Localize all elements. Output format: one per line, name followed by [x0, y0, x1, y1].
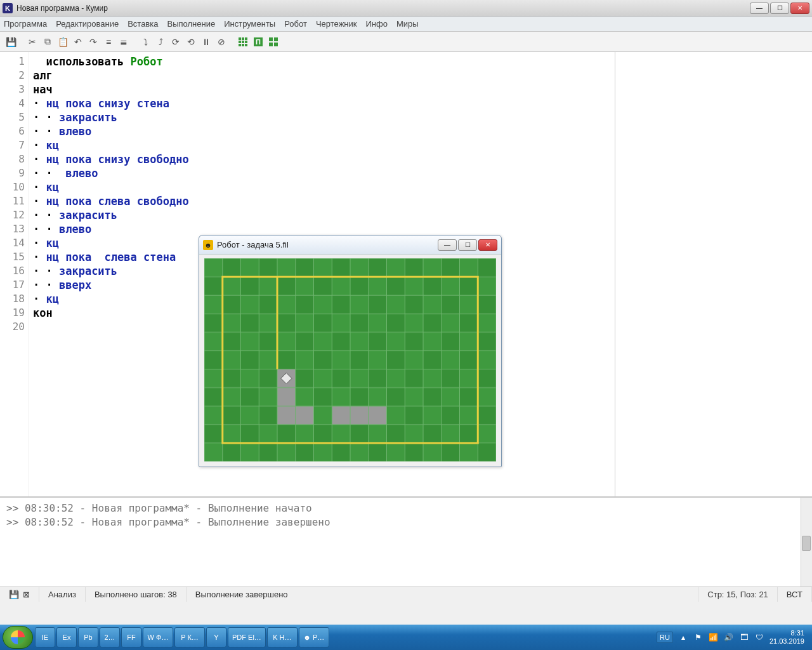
side-panel — [615, 52, 812, 496]
system-tray: RU ▴ ⚑ 📶 🔊 🗔 🛡 8:31 21.03.2019 — [657, 629, 809, 646]
robot-maximize-button[interactable]: ☐ — [458, 239, 477, 251]
svg-rect-2 — [245, 37, 247, 40]
svg-rect-12 — [274, 37, 278, 41]
svg-rect-4 — [242, 41, 244, 43]
tray-volume-icon[interactable]: 🔊 — [724, 632, 734, 642]
close-button[interactable]: ✕ — [790, 3, 809, 14]
svg-rect-1 — [242, 37, 244, 40]
tray-up-icon[interactable]: ▴ — [678, 632, 688, 642]
copy-icon[interactable]: ⧉ — [41, 35, 55, 49]
svg-rect-8 — [245, 44, 247, 46]
svg-rect-7 — [242, 44, 244, 46]
menu-робот[interactable]: Робот — [284, 19, 307, 29]
window-title: Новая программа - Кумир — [16, 4, 750, 13]
maximize-button[interactable]: ☐ — [770, 3, 789, 14]
line-gutter: 1234567891011121314151617181920 — [0, 52, 29, 496]
svg-rect-14 — [274, 43, 278, 46]
robot-window-titlebar[interactable]: ☻ Робот - задача 5.fil — ☐ ✕ — [199, 235, 501, 255]
taskbar-item[interactable]: 2… — [100, 627, 120, 647]
tray-flag-icon[interactable]: ⚑ — [693, 632, 704, 642]
taskbar-item[interactable]: K Н… — [267, 627, 298, 647]
status-analysis: Анализ — [39, 587, 86, 602]
robot-minimize-button[interactable]: — — [438, 239, 457, 251]
windows-orb-icon — [11, 630, 25, 644]
menu-миры[interactable]: Миры — [396, 19, 419, 29]
svg-rect-5 — [245, 41, 247, 43]
step-in-icon[interactable]: ⤵ — [138, 35, 152, 49]
pause-icon[interactable]: ⏸ — [199, 35, 213, 49]
status-steps: Выполнено шагов: 38 — [86, 587, 187, 602]
discard-icon[interactable]: ⊠ — [23, 590, 30, 599]
menu-чертежник[interactable]: Чертежник — [316, 19, 357, 29]
taskbar-item[interactable]: P К… — [174, 627, 205, 647]
world-pi-icon[interactable]: П — [251, 35, 265, 49]
menu-выполнение[interactable]: Выполнение — [167, 19, 215, 29]
status-exec: Выполнение завершено — [187, 587, 698, 602]
console-output: >> 08:30:52 - Новая программа* - Выполне… — [0, 496, 812, 587]
taskbar: IEExPb2…FFW Ф…P К…YPDF El…K Н…☻ Р… RU ▴ … — [0, 625, 812, 650]
cut-icon[interactable]: ✂ — [25, 35, 39, 49]
redo-icon[interactable]: ↷ — [86, 35, 100, 49]
robot-field[interactable] — [204, 258, 496, 461]
console-scrollbar[interactable] — [801, 498, 812, 587]
robot-close-button[interactable]: ✕ — [478, 239, 497, 251]
status-cursor-pos: Стр: 15, Поз: 21 — [698, 587, 778, 602]
tray-network-icon[interactable]: 📶 — [709, 632, 719, 642]
status-mode: ВСТ — [778, 587, 812, 602]
menu-инфо[interactable]: Инфо — [365, 19, 387, 29]
menu-программа[interactable]: Программа — [4, 19, 47, 29]
world-grid-icon[interactable] — [236, 35, 250, 49]
run-fast-icon[interactable]: ⟲ — [184, 35, 198, 49]
taskbar-item[interactable]: Ex — [56, 627, 77, 647]
taskbar-item[interactable]: ☻ Р… — [299, 627, 329, 647]
minimize-button[interactable]: — — [750, 3, 769, 14]
window-titlebar: K Новая программа - Кумир — ☐ ✕ — [0, 0, 812, 17]
menu-вставка[interactable]: Вставка — [128, 19, 158, 29]
taskbar-item[interactable]: IE — [35, 627, 55, 647]
tray-shield-icon[interactable]: 🛡 — [754, 632, 764, 642]
taskbar-item[interactable]: PDF El… — [228, 627, 266, 647]
start-button[interactable] — [3, 626, 33, 649]
menu-инструменты[interactable]: Инструменты — [224, 19, 275, 29]
save-icon[interactable]: 💾 — [9, 590, 19, 599]
scrollbar-thumb[interactable] — [802, 536, 811, 551]
undo-icon[interactable]: ↶ — [71, 35, 85, 49]
svg-rect-3 — [239, 41, 241, 43]
taskbar-item[interactable]: W Ф… — [143, 627, 173, 647]
paste-icon[interactable]: 📋 — [56, 35, 70, 49]
step-over-icon[interactable]: ⤴ — [154, 35, 167, 49]
world-quad-icon[interactable] — [266, 35, 280, 49]
taskbar-clock[interactable]: 8:31 21.03.2019 — [769, 629, 804, 646]
menu-bar: ПрограммаРедактированиеВставкаВыполнение… — [0, 17, 812, 32]
indent-icon[interactable]: ≣ — [117, 35, 131, 49]
tray-battery-icon[interactable]: 🗔 — [739, 632, 749, 642]
svg-rect-6 — [239, 44, 241, 46]
svg-rect-11 — [269, 37, 273, 41]
robot-app-icon: ☻ — [203, 240, 213, 250]
taskbar-item[interactable]: Y — [206, 627, 226, 647]
taskbar-item[interactable]: Pb — [78, 627, 98, 647]
outdent-icon[interactable]: ≡ — [102, 35, 115, 49]
taskbar-item[interactable]: FF — [121, 627, 141, 647]
status-bar: 💾 ⊠ Анализ Выполнено шагов: 38 Выполнени… — [0, 587, 812, 602]
stop-icon[interactable]: ⊘ — [214, 35, 228, 49]
svg-rect-13 — [269, 43, 273, 46]
run-icon[interactable]: ⟳ — [169, 35, 183, 49]
language-indicator[interactable]: RU — [657, 632, 673, 643]
app-icon: K — [3, 3, 13, 13]
svg-text:П: П — [256, 38, 261, 46]
robot-window[interactable]: ☻ Робот - задача 5.fil — ☐ ✕ — [199, 235, 502, 467]
save-icon[interactable]: 💾 — [4, 35, 18, 49]
toolbar: 💾 ✂ ⧉ 📋 ↶ ↷ ≡ ≣ ⤵ ⤴ ⟳ ⟲ ⏸ ⊘ П — [0, 32, 812, 52]
svg-rect-0 — [239, 37, 241, 40]
menu-редактирование[interactable]: Редактирование — [56, 19, 119, 29]
robot-window-title: Робот - задача 5.fil — [217, 240, 289, 249]
